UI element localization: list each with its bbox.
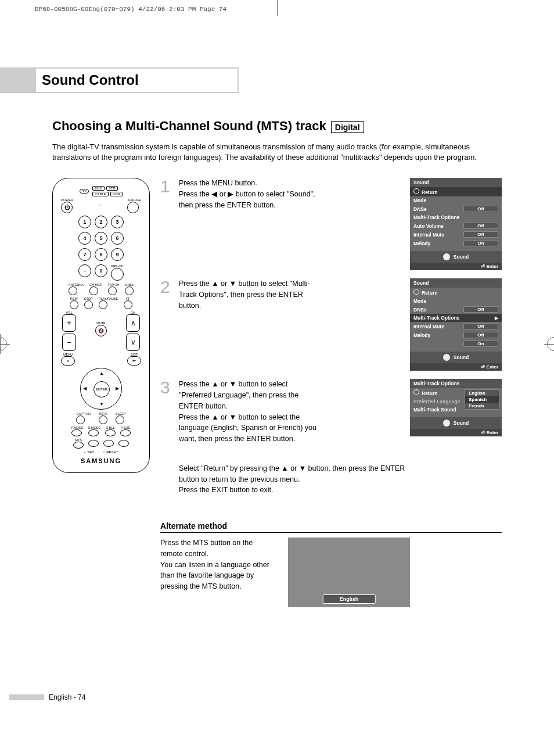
pmode-label: P.MODE — [71, 426, 84, 429]
remote-mode-tv: TV — [80, 189, 89, 194]
alternate-method-screenshot: English — [288, 538, 410, 607]
osd-row: Internal MuteOff — [410, 322, 502, 331]
reset-label: RESET — [106, 450, 118, 454]
sleep-label: SLEEP — [116, 412, 126, 415]
num-7: 7 — [78, 248, 91, 261]
alternate-method-heading: Alternate method — [160, 521, 502, 533]
info-label: INFO — [99, 412, 107, 415]
section-accent-block — [0, 67, 35, 93]
nav-down-icon: ▼ — [99, 402, 104, 407]
osd-row: MelodyOff — [410, 331, 502, 339]
info-button — [99, 415, 107, 424]
psize-button — [120, 429, 131, 436]
osd-row-highlighted: Multi-Track Options▶ — [410, 314, 502, 322]
enter-button: ENTER — [93, 381, 110, 397]
print-slug: BP68-00588G-00Eng(070~079) 4/22/06 2:03 … — [35, 6, 226, 13]
footer-accent — [9, 694, 44, 700]
menu-label: MENU — [61, 353, 75, 356]
osd-row: Auto VolumeOff — [410, 221, 502, 230]
osd-language-popup: English Spanish French — [465, 389, 499, 410]
num-5: 5 — [95, 232, 107, 245]
favch-button — [108, 286, 117, 295]
osd-footer: Sound — [410, 352, 502, 363]
osd-screenshot-3: Multi-Track Options Return Preferred Lan… — [410, 379, 502, 436]
number-pad: 1 2 3 4 5 6 7 8 9 – 0 PRE-CH — [57, 216, 145, 281]
remote-mode: VCR — [110, 192, 123, 196]
osd-row: MelodyOn — [410, 239, 502, 248]
step-text: Press the ▲ or ▼ button to select "Prefe… — [179, 379, 318, 445]
step-text: Press the MENU button.Press the ◀ or ▶ b… — [179, 178, 318, 210]
smode-button — [88, 429, 99, 436]
osd-enter-hint: Enter — [410, 263, 502, 270]
footer-text: English - 74 — [49, 693, 85, 701]
mts-label: MTS — [73, 438, 84, 442]
mute-label: MUTE — [95, 321, 107, 325]
num-4: 4 — [78, 232, 91, 245]
rew-label: REW — [70, 297, 78, 300]
osd-footer: Sound — [410, 251, 502, 263]
num-8: 8 — [95, 248, 107, 261]
osd-screenshot-2: Sound Return Mode DNSeOff Multi-Track Op… — [410, 278, 502, 371]
step-number: 1 — [160, 178, 173, 210]
caption-label: CAPTION — [76, 412, 90, 415]
stop-button — [84, 300, 93, 309]
osd-enter-hint: Enter — [410, 363, 502, 371]
osd-row: Internal MuteOff — [410, 230, 502, 239]
source-label: SOURCE — [127, 198, 141, 202]
nav-left-icon: ◀ — [83, 386, 87, 391]
num-3: 3 — [111, 216, 124, 228]
osd-return-row: Return — [410, 187, 502, 196]
mute-button: 🔇 — [95, 325, 107, 336]
osd-row: DNSeOff — [410, 205, 502, 213]
sound-icon — [443, 420, 450, 427]
osd-row: Mode — [410, 196, 502, 205]
remote-mode: DVD — [92, 186, 105, 191]
step-2: 2 Press the ▲ or ▼ button to select "Mul… — [160, 278, 402, 311]
remote-control-diagram: TV DVD STB CABLE VCR POWER⏻ ∴ SOURCE — [52, 178, 150, 473]
ch-down: ∨ — [126, 334, 140, 351]
num-0: 0 — [95, 264, 107, 277]
crop-mark — [277, 0, 278, 16]
popup-option: French — [465, 403, 499, 409]
sound-icon — [443, 354, 450, 361]
num-6: 6 — [111, 232, 124, 245]
smode-label: S.MODE — [88, 426, 101, 429]
vol-down: – — [62, 334, 76, 351]
dnse-button — [125, 286, 134, 295]
ch-up: ∧ — [126, 314, 140, 332]
exit-button: ↩ — [127, 356, 141, 366]
play-label: PLAY/PAUSE — [99, 297, 118, 300]
page-heading: Choosing a Multi-Channel Sound (MTS) tra… — [52, 119, 502, 134]
still-label: STILL — [105, 426, 116, 429]
remote-mode: STB — [106, 186, 118, 191]
menu-button: ≡ — [61, 356, 75, 366]
mts-button — [73, 442, 84, 449]
prech-button — [111, 268, 124, 281]
still-button — [105, 429, 116, 436]
set-label: SET — [87, 450, 94, 454]
ff-button — [124, 300, 132, 309]
remote-mode: CABLE — [92, 192, 109, 196]
prech-label: PRE-CH — [111, 264, 124, 268]
rew-button — [70, 300, 78, 309]
osd-return-row: Return — [410, 288, 502, 297]
registration-mark-right — [547, 337, 554, 351]
num-2: 2 — [95, 216, 107, 228]
digital-tag: Digital — [331, 121, 364, 133]
nav-up-icon: ▲ — [99, 371, 104, 376]
ff-label: FF — [124, 297, 132, 300]
dnse-label: DNSe — [125, 283, 134, 286]
step-number: 3 — [160, 379, 173, 445]
popup-option: English — [465, 390, 499, 396]
antenna-button — [69, 286, 77, 295]
spare-button — [118, 440, 129, 447]
step-number: 2 — [160, 278, 173, 311]
vol-up: + — [62, 314, 76, 332]
psize-label: P.SIZE — [120, 426, 131, 429]
play-button — [99, 300, 107, 309]
osd-footer: Sound — [410, 417, 502, 429]
num-1: 1 — [78, 216, 91, 228]
return-note: Select "Return" by pressing the ▲ or ▼ b… — [179, 463, 411, 496]
num-dash: – — [78, 264, 91, 277]
sound-icon — [443, 253, 450, 260]
